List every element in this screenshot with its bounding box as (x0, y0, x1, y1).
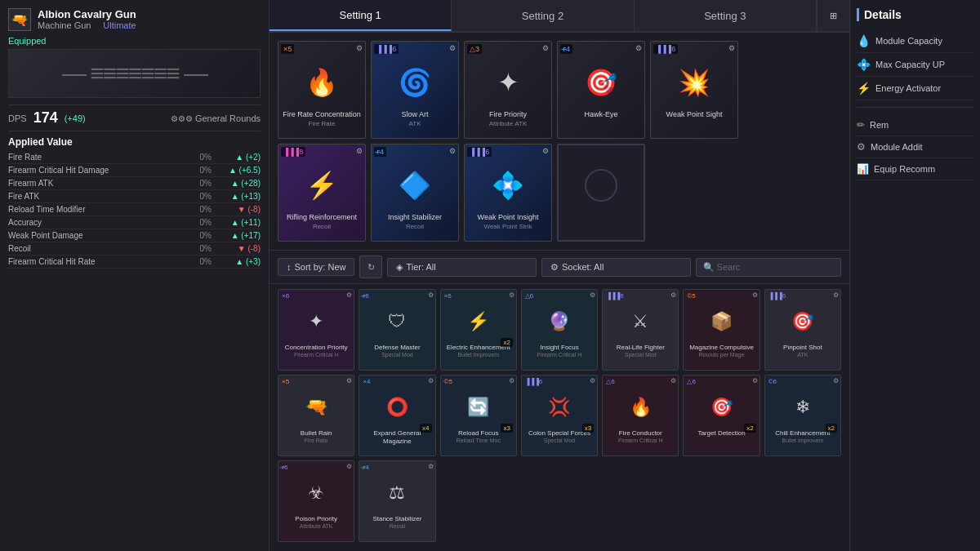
tab-setting-3[interactable]: Setting 3 (635, 0, 817, 31)
stat-row: Firearm Critical Hit Damage 0% ▲ (+6.5) (8, 164, 261, 177)
module-card[interactable]: r̶4⚙🎯Hawk-Eye (557, 41, 645, 139)
module-additional-label: Module Addit (871, 142, 923, 152)
inventory-item[interactable]: ▐▐▐6 ⚙ 🎯 Pinpoint Shot ATK (764, 289, 841, 371)
socket-icon: ⚙ (550, 262, 559, 273)
equip-recommend-item[interactable]: 📊 Equip Recomm (857, 158, 973, 180)
inv-type: Bullet Improvem (782, 438, 824, 443)
module-icon: 🎯 (575, 56, 627, 109)
inv-icon: ⚔ (620, 301, 661, 342)
left-panel: 🔫 Albion Cavalry Gun Machine Gun Ultimat… (0, 0, 270, 551)
inventory-item[interactable]: r̶6 ⚙ ☣ Poison Priority Attribute ATK (278, 460, 354, 542)
inv-socket: ⚙ (590, 377, 595, 384)
stat-name: Fire ATK (8, 192, 187, 201)
module-card[interactable]: r̶4⚙🔷Insight StabilizerRecoil (371, 144, 459, 242)
socket-filter[interactable]: ⚙ Socket: All (541, 258, 691, 277)
module-card[interactable]: △3⚙✦Fire PriorityAttribute ATK (464, 41, 552, 139)
remodel-item[interactable]: ✏ Rem (857, 114, 973, 136)
inv-icon: 🎯 (702, 387, 742, 428)
module-icon: 🔥 (296, 56, 348, 109)
inventory-item[interactable]: ©5 ⚙ 📦 Magazine Compulsive Rounds per Ma… (683, 289, 760, 371)
stat-row: Firearm ATK 0% ▲ (+28) (8, 177, 261, 190)
ammo-text: General Rounds (195, 113, 261, 123)
inv-socket: ⚙ (346, 377, 352, 384)
socket-label: Socket: All (562, 262, 604, 272)
energy-activator-item[interactable]: ⚡ Energy Activator (857, 77, 973, 100)
inventory-item[interactable]: ▐▐▐6 ⚙ x3 💢 Colon Special Forces Special… (521, 375, 598, 456)
module-socket-badge: ⚙ (542, 44, 549, 52)
tier-filter[interactable]: ◈ Tier: All (387, 258, 537, 277)
module-socket-badge: ⚙ (728, 44, 735, 52)
inventory-item[interactable]: ×6 ⚙ ✦ Concentration Priority Firearm Cr… (278, 289, 354, 371)
sort-button[interactable]: ↕ Sort by: New (278, 258, 354, 276)
inv-socket: ⚙ (346, 463, 352, 470)
inv-type: Firearm Critical H (618, 438, 662, 443)
inv-name: Fire Conductor (619, 429, 662, 438)
inventory-item[interactable]: △6 ⚙ 🔮 Insight Focus Firearm Critical H (521, 289, 598, 371)
inventory-item[interactable]: r̶6 ⚙ 🛡 Defense Master Special Mod (359, 289, 435, 371)
inventory-item[interactable]: r̶4 ⚙ ⚖ Stance Stabilizer Recoil (359, 460, 435, 542)
stat-delta: ▼ (-8) (212, 244, 261, 253)
max-capacity-item[interactable]: 💠 Max Capacity UP (857, 53, 973, 77)
inv-tier: △6 (604, 377, 616, 386)
inventory-item[interactable]: ©6 ⚙ x2 ❄ Chill Enhancement Bullet Impro… (764, 375, 841, 456)
module-card[interactable]: ×5⚙🔥Fire Rate ConcentrationFire Rate (278, 41, 366, 139)
main-area: Setting 1 Setting 2 Setting 3 ⊞ ×5⚙🔥Fire… (270, 0, 849, 551)
stat-base: 0% (187, 153, 212, 162)
equipped-badge: Equipped (8, 36, 261, 46)
tab-label-3: Setting 3 (704, 10, 746, 22)
tab-setting-1[interactable]: Setting 1 (270, 0, 452, 31)
inventory-grid: ×6 ⚙ ✦ Concentration Priority Firearm Cr… (278, 289, 841, 542)
inv-icon: ⚖ (376, 473, 417, 513)
inv-icon: ✦ (296, 301, 336, 342)
module-name: Weak Point Insight (478, 213, 539, 222)
inv-tier: r̶4 (361, 463, 370, 472)
module-icon: 🔷 (389, 159, 441, 211)
grid-view-button[interactable]: ⊞ (817, 0, 849, 31)
inv-count: x2 (826, 424, 837, 433)
inventory-item[interactable]: ×4 ⚙ x4 ⭕ Expand General Magazine (359, 375, 435, 456)
module-card[interactable]: ▐▐▐6⚙💥Weak Point Sight (650, 41, 738, 139)
details-separator (857, 107, 973, 108)
stat-row: Reload Time Modifier 0% ▼ (-8) (8, 203, 261, 216)
inventory-item[interactable]: △6 ⚙ 🔥 Fire Conductor Firearm Critical H (602, 375, 679, 456)
module-icon: 💥 (668, 56, 720, 109)
module-slot-empty[interactable] (557, 144, 645, 242)
module-row-1: ×5⚙🔥Fire Rate ConcentrationFire Rate▐▐▐6… (278, 41, 841, 139)
inv-socket: ⚙ (833, 377, 839, 384)
inv-type: Fire Rate (305, 438, 328, 443)
inv-name: Bullet Rain (301, 429, 332, 438)
grid-icon: ⊞ (830, 11, 837, 21)
module-capacity-item[interactable]: 💧 Module Capacity (857, 29, 973, 53)
inv-tier: ©5 (685, 291, 697, 300)
module-additional-icon: ⚙ (857, 141, 866, 153)
stat-delta: ▲ (+17) (212, 231, 261, 240)
module-socket-badge: ⚙ (635, 44, 642, 52)
refresh-button[interactable]: ↻ (359, 256, 382, 278)
inv-socket: ⚙ (752, 291, 758, 299)
module-additional-item[interactable]: ⚙ Module Addit (857, 136, 973, 158)
remodel-label: Rem (870, 120, 889, 130)
inv-name: Insight Focus (540, 344, 579, 352)
inv-count: x3 (501, 424, 512, 433)
module-card[interactable]: ▐▐▐6⚙💠Weak Point InsightWeak Point Strik (464, 144, 552, 242)
inventory-item[interactable]: ×6 ⚙ x2 ⚡ Electric Enhancement Bullet Im… (440, 289, 517, 371)
module-type: ATK (409, 120, 421, 127)
tab-setting-2[interactable]: Setting 2 (452, 0, 634, 31)
module-icon: ✦ (482, 56, 534, 109)
inventory-item[interactable]: ▐▐▐6 ⚙ ⚔ Real-Life Fighter Special Mod (602, 289, 679, 371)
inv-socket: ⚙ (752, 377, 758, 384)
module-type: Fire Rate (309, 120, 336, 127)
search-input[interactable]: 🔍 Searc (696, 258, 842, 277)
inv-socket: ⚙ (509, 291, 514, 299)
stat-row: Recoil 0% ▼ (-8) (8, 242, 261, 256)
inv-icon: 💢 (539, 387, 580, 428)
module-card[interactable]: ▐▐▐6⚙🌀Slow ArtATK (371, 41, 459, 139)
inventory-item[interactable]: △6 ⚙ x2 🎯 Target Detection (683, 375, 760, 456)
search-text: Searc (717, 262, 741, 272)
inv-tier: △6 (523, 291, 535, 300)
inventory-item[interactable]: ×5 ⚙ 🔫 Bullet Rain Fire Rate (278, 375, 354, 456)
stat-delta: ▲ (+3) (212, 257, 261, 266)
inventory-item[interactable]: ©5 ⚙ x3 🔄 Reload Focus Reload Time Moc (440, 375, 517, 456)
module-card[interactable]: ▐▐▐8⚙⚡Rifling ReinforcementRecoil (278, 144, 366, 242)
stats-list: Fire Rate 0% ▲ (+2) Firearm Critical Hit… (8, 151, 261, 269)
